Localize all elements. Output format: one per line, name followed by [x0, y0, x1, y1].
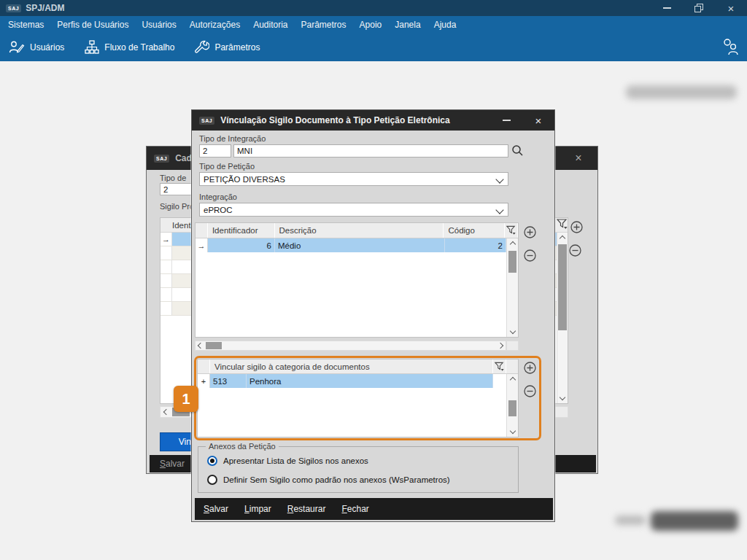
vertical-scrollbar[interactable] [506, 374, 518, 437]
filter-cell[interactable] [505, 223, 518, 238]
cell-descricao: Penhora [247, 374, 493, 388]
cell-codigo: 513 [210, 374, 247, 388]
dialog-buttonbar: Salvar Limpar Restaurar Fechar [195, 498, 553, 520]
scrollbar-thumb[interactable] [206, 342, 222, 349]
close-icon: × [728, 3, 735, 14]
menu-apoio[interactable]: Apoio [353, 16, 389, 34]
close-button[interactable]: × [522, 110, 554, 131]
tipo-integracao-name-input[interactable] [233, 144, 508, 158]
search-icon[interactable] [511, 144, 524, 157]
add-icon[interactable] [524, 362, 536, 374]
limpar-button[interactable]: Limpar [244, 504, 271, 514]
remove-icon[interactable] [569, 244, 581, 257]
scrollbar-thumb[interactable] [558, 244, 567, 330]
toolbar: Usuários Fluxo de Trabalho Parâmetros [0, 34, 747, 61]
restaurar-button[interactable]: Restaurar [287, 504, 326, 514]
table-row[interactable]: + 513 Penhora [198, 374, 518, 388]
vinculacao-dialog: SAJ Vínculação Sigilo Documento à Tipo P… [191, 109, 555, 522]
menu-janela[interactable]: Janela [388, 16, 427, 34]
scroll-up-icon[interactable] [557, 234, 568, 243]
scrollbar-thumb[interactable] [508, 400, 516, 416]
toolbar-users-group-button[interactable] [719, 37, 740, 59]
user-pencil-icon [9, 40, 25, 55]
toolbar-parametros-label: Parâmetros [214, 42, 260, 52]
radio-option-definir[interactable]: Definir Sem Sigilo como padrão nos anexo… [207, 475, 450, 485]
tipo-peticao-select[interactable]: PETIÇÃO DIVERSAS [199, 172, 508, 186]
toolbar-parametros-button[interactable]: Parâmetros [195, 40, 260, 55]
sigilo-grid: Identificador Descrição Código → 6 Médio… [195, 222, 519, 338]
radio-option-apresentar[interactable]: Apresentar Lista de Sigilos nos anexos [207, 456, 368, 466]
add-icon[interactable] [570, 221, 583, 233]
toolbar-usuarios-label: Usuários [30, 42, 64, 52]
chevron-down-icon [495, 206, 503, 214]
radio-unselected-icon[interactable] [207, 475, 217, 485]
tipo-value-field[interactable]: 2 [160, 183, 195, 195]
close-icon: × [535, 115, 542, 126]
callout-number-badge: 1 [174, 386, 198, 412]
remove-icon[interactable] [524, 385, 536, 397]
blurred-watermark-bottom-left [615, 516, 646, 525]
salvar-button[interactable]: Salvar [204, 504, 228, 514]
salvar-button[interactable]: Salvar [160, 459, 185, 469]
vertical-scrollbar[interactable] [557, 233, 568, 403]
scroll-left-icon[interactable] [162, 407, 171, 417]
row-marker: + [198, 374, 210, 388]
categoria-documentos-grid: Vincular sigilo à categoria de documento… [197, 359, 519, 438]
scroll-down-icon[interactable] [507, 327, 518, 335]
sigilo-grid-header: Identificador Descrição Código [196, 223, 518, 238]
saj-logo: SAJ [199, 117, 214, 125]
integracao-select[interactable]: ePROC [199, 203, 508, 217]
minimize-button[interactable] [651, 0, 683, 16]
tipo-label: Tipo de [160, 174, 186, 182]
saj-logo: SAJ [6, 4, 21, 12]
toolbar-fluxo-label: Fluxo de Trabalho [104, 42, 174, 52]
blurred-watermark-top [626, 85, 737, 99]
menu-sistemas[interactable]: Sistemas [1, 16, 50, 34]
menu-ajuda[interactable]: Ajuda [427, 16, 463, 34]
vertical-scrollbar[interactable] [506, 238, 518, 337]
main-titlebar: SAJ SPJ/ADM × [0, 0, 747, 16]
add-icon[interactable] [524, 226, 536, 238]
dialog-title: Vínculação Sigilo Documento à Tipo Petiç… [220, 115, 450, 125]
chevron-down-icon [495, 175, 503, 183]
categoria-grid-header: Vincular sigilo à categoria de documento… [198, 359, 518, 374]
scroll-down-icon[interactable] [557, 393, 568, 402]
desktop: SAJ SPJ/ADM × Sistemas Perfis de Usuário… [0, 0, 747, 560]
cell-identificador: 6 [208, 238, 275, 252]
menu-autorizacoes[interactable]: Autorizações [183, 16, 247, 34]
users-group-icon [719, 37, 740, 56]
filter-icon [495, 362, 504, 372]
toolbar-fluxo-button[interactable]: Fluxo de Trabalho [85, 40, 174, 55]
scroll-up-icon[interactable] [507, 240, 518, 249]
minimize-button[interactable] [490, 110, 522, 131]
scroll-left-icon[interactable] [197, 341, 204, 350]
table-row[interactable]: → 6 Médio 2 [196, 238, 518, 252]
remove-icon[interactable] [524, 249, 536, 262]
scrollbar-corner [506, 341, 519, 351]
scroll-down-icon[interactable] [507, 427, 518, 435]
scroll-up-icon[interactable] [507, 376, 518, 384]
dialog-titlebar: SAJ Vínculação Sigilo Documento à Tipo P… [192, 110, 554, 131]
horizontal-scrollbar[interactable] [195, 341, 506, 351]
close-button[interactable]: × [715, 0, 747, 16]
menu-perfis-de-usuarios[interactable]: Perfis de Usuários [50, 16, 135, 34]
menu-usuarios[interactable]: Usuários [135, 16, 182, 34]
close-button[interactable]: × [565, 147, 592, 170]
fechar-button[interactable]: Fechar [341, 504, 368, 514]
filter-cell[interactable] [493, 359, 506, 373]
scrollbar-thumb[interactable] [508, 251, 516, 273]
scroll-right-icon[interactable] [497, 341, 504, 350]
restore-button[interactable] [683, 0, 715, 16]
minimize-icon [503, 120, 511, 121]
toolbar-usuarios-button[interactable]: Usuários [9, 40, 64, 55]
filter-icon[interactable] [557, 219, 568, 230]
anexos-groupbox: Anexos da Petição Apresentar Lista de Si… [198, 446, 519, 493]
sigilo-label: Sigilo Pro [160, 202, 194, 211]
menu-auditoria[interactable]: Auditoria [247, 16, 294, 34]
tipo-integracao-code-input[interactable] [199, 144, 231, 158]
tipo-peticao-value: PETIÇÃO DIVERSAS [204, 175, 285, 184]
row-marker [160, 288, 172, 301]
close-icon: × [575, 152, 581, 165]
menu-parametros[interactable]: Parâmetros [295, 16, 353, 34]
radio-selected-icon[interactable] [207, 456, 217, 466]
